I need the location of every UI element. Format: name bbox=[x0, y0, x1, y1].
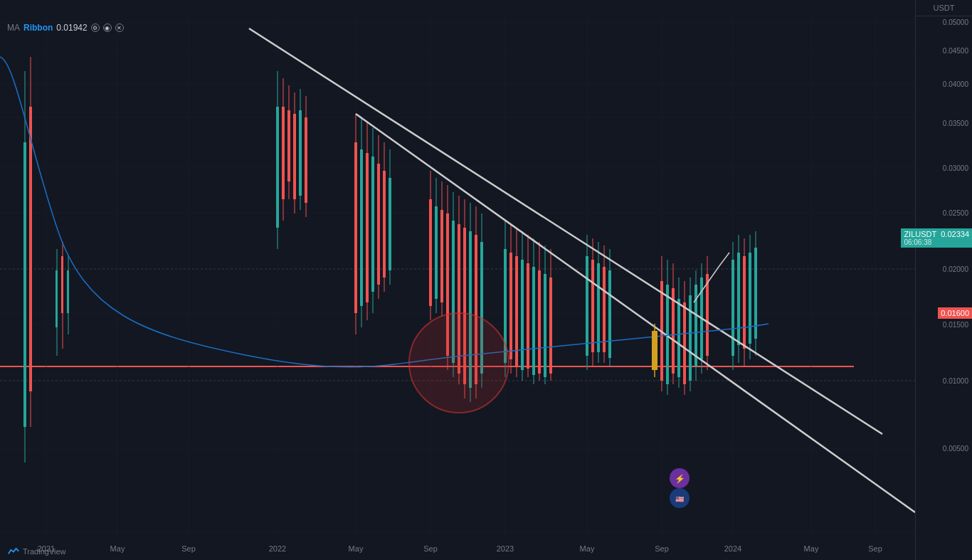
svg-rect-37 bbox=[67, 270, 69, 313]
svg-rect-53 bbox=[360, 149, 363, 306]
svg-rect-121 bbox=[683, 302, 686, 384]
price-tick-45: 0.04500 bbox=[943, 46, 968, 54]
svg-rect-43 bbox=[287, 110, 290, 181]
svg-rect-55 bbox=[366, 153, 369, 302]
svg-rect-33 bbox=[56, 270, 58, 327]
svg-rect-39 bbox=[276, 107, 279, 228]
price-tick-3: 0.03000 bbox=[943, 164, 968, 172]
svg-rect-67 bbox=[435, 206, 438, 299]
svg-rect-101 bbox=[549, 278, 552, 374]
svg-text:Sep: Sep bbox=[868, 544, 882, 553]
svg-text:Sep: Sep bbox=[181, 544, 196, 553]
tv-logo-text: TradingView bbox=[23, 547, 66, 556]
svg-rect-49 bbox=[305, 117, 307, 203]
svg-rect-57 bbox=[371, 157, 374, 292]
price-tick-05: 0.00500 bbox=[943, 444, 968, 452]
price-tick-2: 0.02000 bbox=[943, 265, 968, 273]
indicator-label: MA Ribbon 0.01942 ⚙ ◉ ✕ bbox=[7, 23, 124, 33]
svg-text:2022: 2022 bbox=[269, 544, 286, 553]
svg-rect-29 bbox=[23, 142, 26, 427]
svg-rect-103 bbox=[586, 256, 588, 356]
ma-text: MA bbox=[7, 23, 20, 33]
svg-text:⚡: ⚡ bbox=[675, 473, 685, 484]
svg-rect-125 bbox=[694, 285, 697, 366]
eye-icon[interactable]: ◉ bbox=[103, 23, 112, 32]
svg-rect-31 bbox=[29, 107, 32, 391]
svg-rect-69 bbox=[440, 210, 443, 302]
svg-rect-131 bbox=[731, 260, 734, 356]
current-price-value: 0.02334 bbox=[941, 230, 969, 238]
support-price-label: 0.01600 bbox=[938, 307, 972, 319]
price-tick-5: 0.05000 bbox=[943, 19, 968, 26]
chart-container: hardforky published on TradingView.com, … bbox=[0, 0, 972, 560]
svg-rect-107 bbox=[597, 263, 600, 352]
svg-text:2023: 2023 bbox=[497, 544, 514, 553]
support-price-value: 0.01600 bbox=[941, 309, 969, 317]
svg-rect-41 bbox=[282, 107, 285, 199]
delete-icon[interactable]: ✕ bbox=[115, 23, 124, 32]
price-tick-4: 0.04000 bbox=[943, 80, 968, 88]
price-tick-15: 0.01500 bbox=[943, 321, 968, 329]
tradingview-logo: TradingView bbox=[7, 546, 66, 556]
svg-text:2024: 2024 bbox=[724, 544, 741, 553]
svg-point-144 bbox=[409, 313, 509, 413]
svg-text:May: May bbox=[349, 544, 364, 553]
price-tick-1: 0.01000 bbox=[943, 377, 968, 385]
svg-text:May: May bbox=[804, 544, 819, 553]
svg-rect-129 bbox=[706, 274, 709, 356]
current-price-label: ZILUSDT 0.02334 06:06:38 bbox=[901, 228, 972, 248]
svg-rect-45 bbox=[293, 114, 296, 199]
svg-rect-146 bbox=[652, 331, 657, 370]
svg-rect-139 bbox=[754, 248, 757, 339]
svg-rect-95 bbox=[532, 267, 535, 375]
price-axis: USDT 0.05000 0.04500 0.04000 0.03500 0.0… bbox=[915, 0, 972, 560]
svg-text:Sep: Sep bbox=[655, 544, 669, 553]
svg-rect-99 bbox=[544, 274, 546, 377]
settings-icon[interactable]: ⚙ bbox=[91, 23, 100, 32]
ribbon-text: Ribbon bbox=[23, 23, 53, 33]
svg-rect-133 bbox=[737, 253, 740, 345]
svg-rect-91 bbox=[521, 260, 524, 370]
svg-rect-35 bbox=[61, 256, 63, 313]
chart-svg: ⚡ 🇺🇸 2021 May Sep 2022 May Sep 2023 May … bbox=[0, 0, 915, 560]
svg-rect-137 bbox=[749, 253, 751, 344]
svg-rect-63 bbox=[389, 178, 391, 270]
svg-rect-97 bbox=[538, 270, 541, 374]
svg-rect-61 bbox=[383, 171, 386, 278]
price-tick-25: 0.02500 bbox=[943, 209, 968, 217]
svg-rect-47 bbox=[299, 110, 302, 196]
svg-rect-59 bbox=[377, 164, 380, 285]
svg-text:May: May bbox=[110, 544, 125, 553]
svg-text:Sep: Sep bbox=[423, 544, 438, 553]
svg-rect-119 bbox=[677, 299, 680, 377]
svg-rect-87 bbox=[509, 253, 512, 359]
svg-rect-51 bbox=[354, 142, 357, 313]
svg-rect-111 bbox=[608, 270, 611, 358]
svg-rect-123 bbox=[689, 295, 692, 381]
price-tick-35: 0.03500 bbox=[943, 120, 968, 127]
zilusdt-text: ZILUSDT bbox=[904, 230, 936, 238]
svg-text:May: May bbox=[580, 544, 595, 553]
svg-rect-65 bbox=[429, 199, 432, 306]
svg-text:🇺🇸: 🇺🇸 bbox=[675, 495, 685, 504]
currency-label: USDT bbox=[916, 0, 972, 16]
svg-rect-109 bbox=[603, 267, 606, 352]
svg-rect-93 bbox=[527, 263, 529, 369]
svg-rect-105 bbox=[591, 260, 594, 352]
indicator-value: 0.01942 bbox=[56, 23, 87, 33]
svg-rect-135 bbox=[743, 256, 746, 349]
current-time: 06:06:38 bbox=[904, 238, 969, 246]
